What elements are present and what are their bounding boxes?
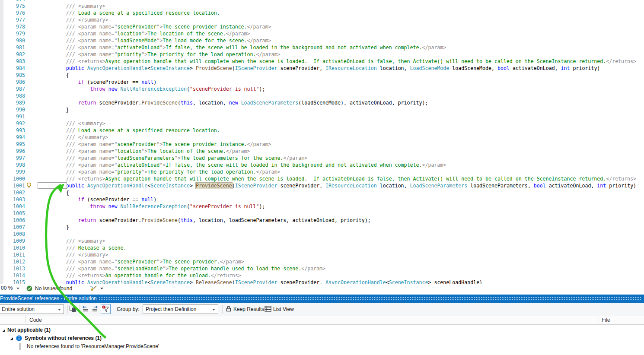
line-number: 992 [3, 120, 25, 127]
code-line[interactable]: 982 /// <param name="priority">The prior… [0, 51, 644, 58]
vs-window: 974975 /// <summary>976 /// Load a scene… [0, 0, 644, 355]
code-text: { [25, 72, 69, 79]
group-by-value: Project then Definition [146, 306, 196, 312]
code-line[interactable]: 977 /// </summary> [0, 16, 644, 23]
code-line[interactable]: 979 /// <param name="location">The locat… [0, 30, 644, 37]
code-line[interactable]: 1004 throw new NullReferenceException("s… [0, 203, 644, 210]
code-line[interactable]: 1009 /// <summary> [0, 238, 644, 244]
group-by-label: Group by: [117, 306, 140, 312]
line-number: 1001 [3, 182, 25, 189]
code-line[interactable]: 989 return sceneProvider.ProvideScene(th… [0, 99, 644, 106]
line-number: 994 [3, 134, 25, 141]
expanded-triangle-icon[interactable] [10, 336, 14, 341]
group-by-dropdown[interactable]: Project then Definition [143, 304, 218, 314]
keep-results-button[interactable]: Keep Results [233, 306, 264, 312]
code-line[interactable]: 986 if (sceneProvider == null) [0, 79, 644, 86]
line-number: 1007 [3, 224, 25, 231]
zoom-caret-icon[interactable] [16, 288, 20, 290]
lock-icon[interactable] [225, 305, 232, 312]
column-header-code[interactable]: Code [29, 317, 42, 323]
code-line[interactable]: 1015 public AsyncOperationHandle<SceneIn… [0, 279, 644, 284]
code-text: /// <param name="loadSceneMode">The load… [25, 37, 271, 44]
code-line[interactable]: 1003 if (sceneProvider == null) [0, 196, 644, 203]
code-line[interactable]: 1014 /// <returns>An operation handle fo… [0, 272, 644, 279]
code-line[interactable]: 1011 /// </summary> [0, 251, 644, 258]
references-panel-titlebar[interactable]: ProvideScene' references - Entire soluti… [0, 295, 644, 303]
code-line[interactable]: 992 /// <summary> [0, 120, 644, 127]
filter-toggle[interactable] [101, 304, 111, 314]
zoom-control[interactable]: 00 % [1, 285, 13, 291]
code-line[interactable]: 987 throw new NullReferenceException("sc… [0, 86, 644, 92]
tree-group-not-applicable[interactable]: Not applicable (1) [0, 326, 644, 334]
issues-status[interactable]: No issues found [26, 285, 72, 292]
code-line[interactable]: 991 [0, 113, 644, 120]
code-line[interactable]: 994 /// </summary> [0, 134, 644, 141]
code-line[interactable]: 1001 public AsyncOperationHandle<SceneIn… [0, 182, 644, 189]
code-line[interactable]: 980 /// <param name="loadSceneMode">The … [0, 37, 644, 44]
code-line[interactable]: 1013 /// <param name="sceneLoadHandle">T… [0, 265, 644, 272]
code-editor[interactable]: 974975 /// <summary>976 /// Load a scene… [0, 0, 644, 284]
code-line[interactable]: 997 /// <param name="loadSceneParameters… [0, 155, 644, 162]
list-view-button[interactable]: List View [273, 306, 294, 312]
expanded-triangle-icon[interactable] [2, 328, 6, 333]
line-number: 982 [3, 51, 25, 58]
code-line[interactable]: 1012 /// <param name="sceneProvider">The… [0, 258, 644, 265]
code-line[interactable]: 996 /// <param name="location">The locat… [0, 148, 644, 155]
code-line[interactable]: 988 [0, 92, 644, 99]
filter-icon [101, 304, 110, 314]
line-number: 977 [3, 16, 25, 23]
code-line[interactable]: 999 /// <param name="priority">The prior… [0, 168, 644, 175]
lightbulb-icon[interactable] [26, 182, 32, 189]
copy-icon[interactable] [69, 305, 77, 313]
next-location-icon[interactable] [91, 305, 99, 313]
line-number: 997 [3, 155, 25, 162]
code-line[interactable]: 984 public AsyncOperationHandle<SceneIns… [0, 65, 644, 72]
scope-dropdown-value: Entire solution [2, 306, 35, 312]
code-line[interactable]: 1002 { [0, 189, 644, 196]
code-line[interactable]: 990 } [0, 106, 644, 113]
code-text: /// Release a scene. [25, 244, 126, 251]
line-number: 991 [3, 113, 25, 120]
code-text: /// <param name="sceneProvider">The scen… [25, 258, 244, 265]
line-number: 1010 [3, 244, 25, 251]
code-line[interactable]: 998 /// <param name="activateOnLoad">If … [0, 162, 644, 168]
list-view-icon[interactable] [265, 306, 271, 312]
line-number: 1006 [3, 217, 25, 224]
code-text: /// <returns>An operation handle for the… [25, 272, 241, 279]
code-line[interactable]: 976 /// Load a scene at a specificed res… [0, 10, 644, 16]
code-line[interactable]: 993 /// Load a scene at a specificed res… [0, 127, 644, 134]
previous-location-icon[interactable] [81, 305, 89, 313]
line-number: 990 [3, 106, 25, 113]
group-label: Not applicable (1) [7, 327, 51, 333]
code-line[interactable]: 978 /// <param name="sceneProvider">The … [0, 23, 644, 30]
tree-group-symbols-without-references[interactable]: Symbols without references (1) [0, 334, 644, 342]
line-number: 995 [3, 141, 25, 148]
code-line[interactable]: 1000 /// <returns>Async operation handle… [0, 175, 644, 182]
code-line[interactable]: 985 { [0, 72, 644, 79]
column-header-file[interactable]: File [602, 317, 610, 323]
line-number: 981 [3, 44, 25, 51]
code-line[interactable]: 983 /// <returns>Async operation handle … [0, 58, 644, 65]
code-cleanup-broom-icon[interactable] [89, 285, 98, 292]
tree-result-message-row[interactable]: No references found to 'ResourceManager.… [0, 342, 644, 351]
code-text: /// </summary> [25, 134, 108, 141]
results-column-headers: Code File [0, 316, 644, 325]
broom-caret-icon[interactable] [100, 288, 104, 290]
line-number: 1012 [3, 258, 25, 265]
code-line[interactable]: 1007 } [0, 224, 644, 231]
line-number: 987 [3, 86, 25, 92]
code-line[interactable]: 1010 /// Release a scene. [0, 244, 644, 251]
code-text: if (sceneProvider == null) [25, 196, 156, 203]
code-line[interactable]: 1008 [0, 231, 644, 238]
code-text: throw new NullReferenceException("sceneP… [25, 86, 265, 92]
code-line[interactable]: 995 /// <param name="sceneProvider">The … [0, 141, 644, 148]
snippet-bar [19, 343, 21, 350]
code-line[interactable]: 981 /// <param name="activateOnLoad">If … [0, 44, 644, 51]
scope-dropdown[interactable]: Entire solution [0, 304, 64, 314]
code-text: /// <returns>Async operation handle that… [25, 58, 636, 65]
code-line[interactable]: 1006 return sceneProvider.ProvideScene(t… [0, 217, 644, 224]
code-line[interactable]: 975 /// <summary> [0, 3, 644, 10]
code-line[interactable]: 1005 [0, 210, 644, 217]
line-number: 1005 [3, 210, 25, 217]
code-text: /// <param name="priority">The priority … [25, 51, 280, 58]
